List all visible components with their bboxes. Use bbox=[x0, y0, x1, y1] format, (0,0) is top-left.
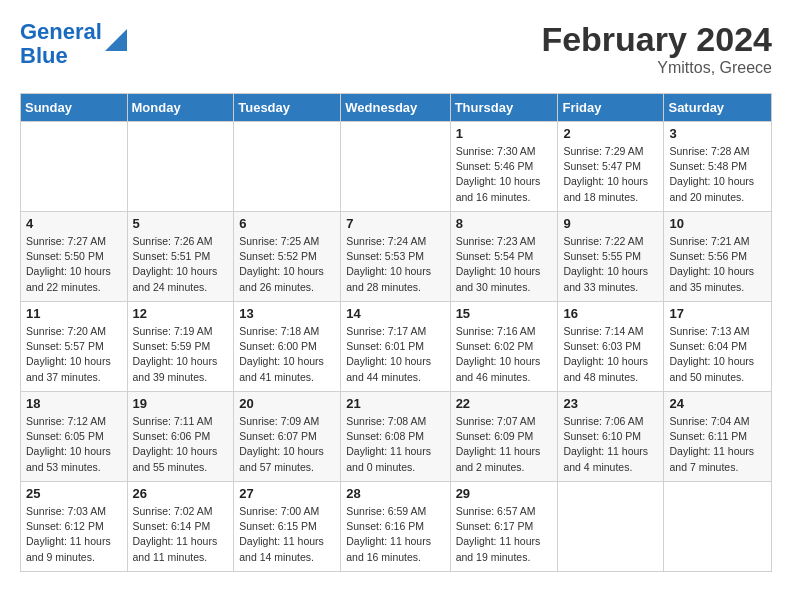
day-number: 29 bbox=[456, 486, 553, 501]
day-info: Sunrise: 7:28 AM Sunset: 5:48 PM Dayligh… bbox=[669, 144, 766, 205]
day-number: 9 bbox=[563, 216, 658, 231]
table-cell bbox=[664, 482, 772, 572]
day-number: 27 bbox=[239, 486, 335, 501]
day-info: Sunrise: 7:09 AM Sunset: 6:07 PM Dayligh… bbox=[239, 414, 335, 475]
col-wednesday: Wednesday bbox=[341, 94, 450, 122]
table-cell: 13Sunrise: 7:18 AM Sunset: 6:00 PM Dayli… bbox=[234, 302, 341, 392]
day-info: Sunrise: 7:21 AM Sunset: 5:56 PM Dayligh… bbox=[669, 234, 766, 295]
day-info: Sunrise: 7:23 AM Sunset: 5:54 PM Dayligh… bbox=[456, 234, 553, 295]
day-number: 14 bbox=[346, 306, 444, 321]
day-number: 18 bbox=[26, 396, 122, 411]
day-number: 1 bbox=[456, 126, 553, 141]
week-row-2: 4Sunrise: 7:27 AM Sunset: 5:50 PM Daylig… bbox=[21, 212, 772, 302]
day-number: 22 bbox=[456, 396, 553, 411]
calendar-subtitle: Ymittos, Greece bbox=[541, 59, 772, 77]
table-cell bbox=[127, 122, 234, 212]
logo-icon bbox=[105, 29, 127, 51]
day-info: Sunrise: 7:14 AM Sunset: 6:03 PM Dayligh… bbox=[563, 324, 658, 385]
day-info: Sunrise: 7:08 AM Sunset: 6:08 PM Dayligh… bbox=[346, 414, 444, 475]
table-cell bbox=[234, 122, 341, 212]
table-cell: 24Sunrise: 7:04 AM Sunset: 6:11 PM Dayli… bbox=[664, 392, 772, 482]
table-cell: 3Sunrise: 7:28 AM Sunset: 5:48 PM Daylig… bbox=[664, 122, 772, 212]
table-cell: 15Sunrise: 7:16 AM Sunset: 6:02 PM Dayli… bbox=[450, 302, 558, 392]
calendar-table: Sunday Monday Tuesday Wednesday Thursday… bbox=[20, 93, 772, 572]
table-cell: 7Sunrise: 7:24 AM Sunset: 5:53 PM Daylig… bbox=[341, 212, 450, 302]
day-number: 2 bbox=[563, 126, 658, 141]
day-info: Sunrise: 7:16 AM Sunset: 6:02 PM Dayligh… bbox=[456, 324, 553, 385]
day-number: 24 bbox=[669, 396, 766, 411]
table-cell: 1Sunrise: 7:30 AM Sunset: 5:46 PM Daylig… bbox=[450, 122, 558, 212]
day-number: 8 bbox=[456, 216, 553, 231]
table-cell: 8Sunrise: 7:23 AM Sunset: 5:54 PM Daylig… bbox=[450, 212, 558, 302]
day-info: Sunrise: 7:17 AM Sunset: 6:01 PM Dayligh… bbox=[346, 324, 444, 385]
day-number: 28 bbox=[346, 486, 444, 501]
col-friday: Friday bbox=[558, 94, 664, 122]
day-info: Sunrise: 6:59 AM Sunset: 6:16 PM Dayligh… bbox=[346, 504, 444, 565]
calendar-title: February 2024 bbox=[541, 20, 772, 59]
day-info: Sunrise: 7:19 AM Sunset: 5:59 PM Dayligh… bbox=[133, 324, 229, 385]
day-info: Sunrise: 7:13 AM Sunset: 6:04 PM Dayligh… bbox=[669, 324, 766, 385]
day-info: Sunrise: 7:27 AM Sunset: 5:50 PM Dayligh… bbox=[26, 234, 122, 295]
table-cell: 5Sunrise: 7:26 AM Sunset: 5:51 PM Daylig… bbox=[127, 212, 234, 302]
table-cell: 23Sunrise: 7:06 AM Sunset: 6:10 PM Dayli… bbox=[558, 392, 664, 482]
table-cell: 11Sunrise: 7:20 AM Sunset: 5:57 PM Dayli… bbox=[21, 302, 128, 392]
table-cell: 21Sunrise: 7:08 AM Sunset: 6:08 PM Dayli… bbox=[341, 392, 450, 482]
table-cell: 19Sunrise: 7:11 AM Sunset: 6:06 PM Dayli… bbox=[127, 392, 234, 482]
week-row-5: 25Sunrise: 7:03 AM Sunset: 6:12 PM Dayli… bbox=[21, 482, 772, 572]
table-cell: 28Sunrise: 6:59 AM Sunset: 6:16 PM Dayli… bbox=[341, 482, 450, 572]
title-block: February 2024 Ymittos, Greece bbox=[541, 20, 772, 77]
table-cell: 29Sunrise: 6:57 AM Sunset: 6:17 PM Dayli… bbox=[450, 482, 558, 572]
table-cell: 12Sunrise: 7:19 AM Sunset: 5:59 PM Dayli… bbox=[127, 302, 234, 392]
table-cell: 27Sunrise: 7:00 AM Sunset: 6:15 PM Dayli… bbox=[234, 482, 341, 572]
table-cell: 2Sunrise: 7:29 AM Sunset: 5:47 PM Daylig… bbox=[558, 122, 664, 212]
day-number: 26 bbox=[133, 486, 229, 501]
day-number: 3 bbox=[669, 126, 766, 141]
day-number: 23 bbox=[563, 396, 658, 411]
day-number: 20 bbox=[239, 396, 335, 411]
col-thursday: Thursday bbox=[450, 94, 558, 122]
table-cell: 17Sunrise: 7:13 AM Sunset: 6:04 PM Dayli… bbox=[664, 302, 772, 392]
svg-marker-0 bbox=[105, 29, 127, 51]
day-number: 16 bbox=[563, 306, 658, 321]
day-info: Sunrise: 7:07 AM Sunset: 6:09 PM Dayligh… bbox=[456, 414, 553, 475]
day-info: Sunrise: 7:22 AM Sunset: 5:55 PM Dayligh… bbox=[563, 234, 658, 295]
logo: General Blue bbox=[20, 20, 127, 68]
day-info: Sunrise: 7:26 AM Sunset: 5:51 PM Dayligh… bbox=[133, 234, 229, 295]
day-number: 5 bbox=[133, 216, 229, 231]
day-info: Sunrise: 7:24 AM Sunset: 5:53 PM Dayligh… bbox=[346, 234, 444, 295]
table-cell: 25Sunrise: 7:03 AM Sunset: 6:12 PM Dayli… bbox=[21, 482, 128, 572]
day-info: Sunrise: 7:18 AM Sunset: 6:00 PM Dayligh… bbox=[239, 324, 335, 385]
day-number: 4 bbox=[26, 216, 122, 231]
day-info: Sunrise: 7:06 AM Sunset: 6:10 PM Dayligh… bbox=[563, 414, 658, 475]
day-info: Sunrise: 7:25 AM Sunset: 5:52 PM Dayligh… bbox=[239, 234, 335, 295]
day-number: 10 bbox=[669, 216, 766, 231]
day-info: Sunrise: 7:03 AM Sunset: 6:12 PM Dayligh… bbox=[26, 504, 122, 565]
calendar-header-row: Sunday Monday Tuesday Wednesday Thursday… bbox=[21, 94, 772, 122]
col-sunday: Sunday bbox=[21, 94, 128, 122]
week-row-1: 1Sunrise: 7:30 AM Sunset: 5:46 PM Daylig… bbox=[21, 122, 772, 212]
week-row-4: 18Sunrise: 7:12 AM Sunset: 6:05 PM Dayli… bbox=[21, 392, 772, 482]
day-info: Sunrise: 7:02 AM Sunset: 6:14 PM Dayligh… bbox=[133, 504, 229, 565]
col-saturday: Saturday bbox=[664, 94, 772, 122]
day-info: Sunrise: 7:00 AM Sunset: 6:15 PM Dayligh… bbox=[239, 504, 335, 565]
table-cell: 10Sunrise: 7:21 AM Sunset: 5:56 PM Dayli… bbox=[664, 212, 772, 302]
day-info: Sunrise: 7:29 AM Sunset: 5:47 PM Dayligh… bbox=[563, 144, 658, 205]
day-info: Sunrise: 6:57 AM Sunset: 6:17 PM Dayligh… bbox=[456, 504, 553, 565]
day-number: 6 bbox=[239, 216, 335, 231]
day-number: 19 bbox=[133, 396, 229, 411]
day-number: 12 bbox=[133, 306, 229, 321]
logo-blue: Blue bbox=[20, 43, 68, 68]
day-number: 7 bbox=[346, 216, 444, 231]
day-number: 25 bbox=[26, 486, 122, 501]
table-cell bbox=[21, 122, 128, 212]
table-cell: 26Sunrise: 7:02 AM Sunset: 6:14 PM Dayli… bbox=[127, 482, 234, 572]
week-row-3: 11Sunrise: 7:20 AM Sunset: 5:57 PM Dayli… bbox=[21, 302, 772, 392]
logo-general: General bbox=[20, 19, 102, 44]
table-cell bbox=[341, 122, 450, 212]
page-header: General Blue February 2024 Ymittos, Gree… bbox=[20, 20, 772, 77]
table-cell: 16Sunrise: 7:14 AM Sunset: 6:03 PM Dayli… bbox=[558, 302, 664, 392]
col-tuesday: Tuesday bbox=[234, 94, 341, 122]
table-cell: 14Sunrise: 7:17 AM Sunset: 6:01 PM Dayli… bbox=[341, 302, 450, 392]
day-number: 21 bbox=[346, 396, 444, 411]
table-cell: 18Sunrise: 7:12 AM Sunset: 6:05 PM Dayli… bbox=[21, 392, 128, 482]
